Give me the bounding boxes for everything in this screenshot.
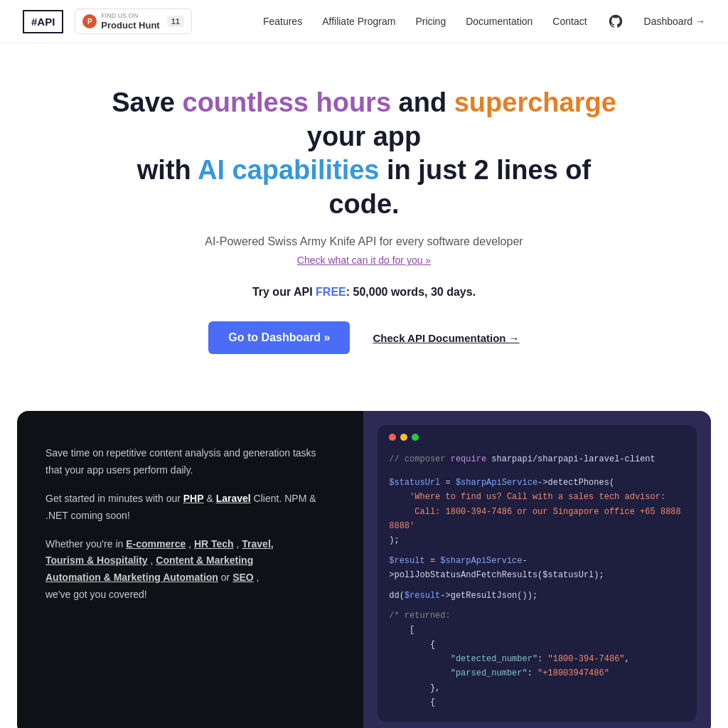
navbar-nav: Features Affiliate Program Pricing Docum… <box>263 13 705 30</box>
hero-free-highlight: FREE <box>316 286 346 298</box>
window-dots <box>378 425 697 446</box>
hero-check-link[interactable]: Check what can it do for you » <box>297 255 431 266</box>
hero-section: Save countless hours and supercharge you… <box>80 43 648 382</box>
dot-yellow <box>400 434 407 441</box>
hero-buttons: Go to Dashboard » Check API Documentatio… <box>102 321 626 354</box>
logo[interactable]: #API <box>23 10 63 33</box>
navbar-left: #API P FIND US ON Product Hunt 11 <box>23 9 192 34</box>
code-line-comment: // composer require sharpapi/sharpapi-la… <box>389 452 685 466</box>
code-line-9: { <box>389 638 685 652</box>
nav-contact[interactable]: Contact <box>552 16 587 27</box>
hero-free-text: Try our API FREE: 50,000 words, 30 days. <box>102 286 626 299</box>
seo-link[interactable]: SEO <box>232 572 254 583</box>
code-line-7: /* returned: <box>389 609 685 623</box>
github-icon[interactable] <box>607 13 624 30</box>
navbar: #API P FIND US ON Product Hunt 11 Featur… <box>0 0 728 43</box>
code-window: // composer require sharpapi/sharpapi-la… <box>378 425 697 721</box>
code-line-6: dd($result->getResultJson()); <box>389 589 685 603</box>
product-hunt-text: FIND US ON Product Hunt <box>101 12 159 31</box>
hero-title: Save countless hours and supercharge you… <box>102 86 626 221</box>
code-line-4: ); <box>389 533 685 547</box>
code-line-3: Call: 1800-394-7486 or our Singapore off… <box>389 505 685 534</box>
php-link[interactable]: PHP <box>183 493 204 504</box>
dot-green <box>412 434 419 441</box>
ecommerce-link[interactable]: E-commerce <box>126 538 186 550</box>
dashboard-link[interactable]: Dashboard → <box>644 16 705 27</box>
dark-section: Save time on repetitive content analysis… <box>17 411 711 728</box>
code-line-10: "detected_number": "1800-394-7486", <box>389 652 685 666</box>
laravel-link[interactable]: Laravel <box>216 493 251 504</box>
code-line-8: [ <box>389 623 685 637</box>
hrtech-link[interactable]: HR Tech <box>194 538 234 550</box>
ph-count: 11 <box>167 16 184 27</box>
code-line-5: $result = $sharpApiService->pollJobStatu… <box>389 554 685 583</box>
check-docs-button[interactable]: Check API Documentation → <box>373 332 519 344</box>
code-line-2: 'Where to find us? Call with a sales tec… <box>389 490 685 504</box>
hero-highlight-supercharge: supercharge <box>454 87 616 117</box>
nav-pricing[interactable]: Pricing <box>415 16 446 27</box>
dark-para3: Whether you're in E-commerce , HR Tech ,… <box>46 536 335 604</box>
dot-red <box>389 434 396 441</box>
code-line-11: "parsed_number": "+18003947486" <box>389 666 685 680</box>
code-line-12: }, <box>389 681 685 695</box>
dark-para2: Get started in minutes with our PHP & La… <box>46 491 335 525</box>
hero-subtitle: AI-Powered Swiss Army Knife API for ever… <box>102 235 626 248</box>
product-hunt-badge[interactable]: P FIND US ON Product Hunt 11 <box>75 9 192 34</box>
nav-features[interactable]: Features <box>263 16 302 27</box>
producthunt-icon: P <box>82 14 97 28</box>
dark-right-code: // composer require sharpapi/sharpapi-la… <box>363 411 711 728</box>
hero-highlight-countless: countless hours <box>183 87 392 117</box>
dark-left-content: Save time on repetitive content analysis… <box>17 411 363 728</box>
nav-affiliate[interactable]: Affiliate Program <box>322 16 395 27</box>
ph-name: Product Hunt <box>101 20 159 31</box>
nav-documentation[interactable]: Documentation <box>466 16 532 27</box>
ph-label: FIND US ON <box>101 12 159 20</box>
code-line-13: { <box>389 695 685 710</box>
go-dashboard-button[interactable]: Go to Dashboard » <box>208 321 350 354</box>
dark-para1: Save time on repetitive content analysis… <box>46 445 335 479</box>
hero-highlight-ai: AI capabilities <box>198 155 380 185</box>
code-line-1: $statusUrl = $sharpApiService->detectPho… <box>389 476 685 490</box>
code-body: // composer require sharpapi/sharpapi-la… <box>378 446 697 721</box>
